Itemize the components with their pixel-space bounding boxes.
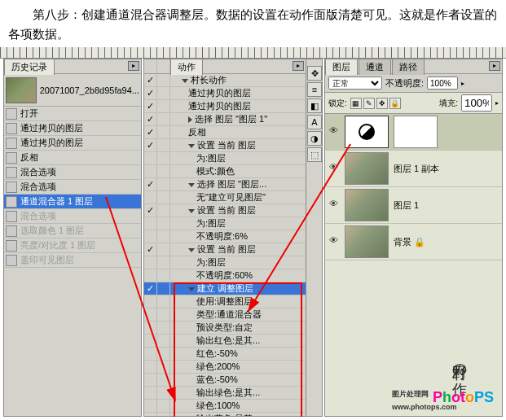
tool-button-4[interactable]: ◑ (307, 131, 322, 146)
visibility-icon[interactable]: 👁 (327, 235, 340, 248)
snapshot-row[interactable]: 20071007_2b8d95fa94... (4, 74, 141, 107)
action-modal-box[interactable] (157, 191, 170, 203)
action-modal-box[interactable] (157, 139, 170, 151)
action-item[interactable]: ✓选择 图层 "图层... (144, 178, 306, 191)
tab-history[interactable]: 历史记录 (4, 59, 55, 75)
fill-input[interactable] (461, 94, 492, 112)
action-check[interactable]: ✓ (144, 87, 157, 99)
action-item[interactable]: 不透明度:6% (144, 230, 306, 243)
layer-row[interactable]: 👁 (325, 114, 502, 151)
blend-mode-select[interactable]: 正常 (328, 77, 382, 90)
action-item[interactable]: ✓选择 图层 "图层 1" (144, 113, 306, 126)
action-item[interactable]: 类型:通道混合器 (144, 308, 306, 322)
action-modal-box[interactable] (157, 348, 170, 360)
action-item[interactable]: ✓反相 (144, 126, 306, 139)
visibility-icon[interactable]: 👁 (327, 162, 340, 175)
action-check[interactable]: ✓ (144, 126, 157, 138)
action-item[interactable]: ✓设置 当前 图层 (144, 243, 306, 256)
action-check[interactable] (144, 256, 157, 269)
layer-name[interactable]: 背景 🔒 (394, 236, 425, 248)
action-check[interactable]: ✓ (144, 178, 157, 190)
tab-paths[interactable]: 路径 (392, 59, 425, 75)
visibility-icon[interactable]: 👁 (327, 199, 340, 212)
tool-button-0[interactable]: ✥ (307, 66, 322, 81)
tab-layers[interactable]: 图层 (325, 59, 358, 75)
action-check[interactable] (144, 308, 157, 321)
panel-menu-icon[interactable]: ▸ (489, 61, 500, 71)
action-check[interactable] (144, 335, 157, 347)
action-modal-box[interactable] (157, 74, 170, 86)
tool-button-3[interactable]: A (307, 115, 322, 129)
action-check[interactable]: ✓ (144, 282, 157, 295)
action-modal-box[interactable] (157, 374, 170, 386)
action-modal-box[interactable] (157, 322, 170, 334)
action-item[interactable]: 蓝色:-50% (144, 374, 306, 387)
tool-button-2[interactable]: ◧ (307, 98, 322, 113)
action-item[interactable]: 为:图层 (144, 256, 306, 269)
layer-name[interactable]: 图层 1 副本 (394, 163, 439, 175)
action-modal-box[interactable] (157, 152, 170, 164)
action-modal-box[interactable] (157, 400, 170, 412)
action-check[interactable] (144, 269, 157, 282)
action-modal-box[interactable] (157, 361, 170, 373)
action-modal-box[interactable] (157, 243, 170, 256)
action-check[interactable] (144, 230, 157, 243)
action-item[interactable]: 输出红色:是其... (144, 335, 306, 348)
action-check[interactable]: ✓ (144, 204, 157, 217)
action-modal-box[interactable] (157, 282, 170, 295)
history-item[interactable]: 通道混合器 1 图层 (4, 195, 141, 209)
action-item[interactable]: ✓通过拷贝的图层 (144, 87, 306, 100)
history-item[interactable]: 通过拷贝的图层 (4, 136, 141, 151)
history-item[interactable]: 反相 (4, 151, 141, 165)
action-item[interactable]: 不透明度:60% (144, 269, 306, 282)
action-check[interactable]: ✓ (144, 100, 157, 112)
lock-transparent-icon[interactable]: ▦ (350, 98, 362, 109)
action-modal-box[interactable] (157, 165, 170, 177)
opacity-input[interactable] (427, 77, 458, 90)
action-modal-box[interactable] (157, 126, 170, 138)
action-check[interactable] (144, 295, 157, 308)
action-modal-box[interactable] (157, 100, 170, 112)
action-modal-box[interactable] (157, 217, 170, 230)
action-item[interactable]: 输出蓝色:是其... (144, 413, 306, 416)
tool-button-1[interactable]: ≡ (307, 82, 322, 97)
action-check[interactable] (144, 152, 157, 164)
action-check[interactable] (144, 348, 157, 360)
action-modal-box[interactable] (157, 308, 170, 321)
panel-menu-icon[interactable]: ▸ (128, 61, 139, 71)
action-check[interactable] (144, 400, 157, 412)
history-item[interactable]: 选取颜色 1 图层 (4, 224, 141, 238)
action-check[interactable] (144, 413, 157, 416)
action-modal-box[interactable] (157, 230, 170, 243)
action-item[interactable]: ✓通过拷贝的图层 (144, 100, 306, 113)
history-item[interactable]: 盖印可见图层 (4, 253, 141, 268)
action-modal-box[interactable] (157, 113, 170, 125)
action-modal-box[interactable] (157, 178, 170, 190)
action-item[interactable]: 预设类型:自定 (144, 322, 306, 335)
action-modal-box[interactable] (157, 204, 170, 217)
action-check[interactable] (144, 191, 157, 203)
history-item[interactable]: 混合选项 (4, 209, 141, 224)
visibility-icon[interactable]: 👁 (327, 125, 340, 138)
tab-actions[interactable]: 动作 (170, 59, 203, 75)
action-check[interactable] (144, 165, 157, 177)
dropdown-icon[interactable]: ▸ (495, 99, 499, 107)
action-item[interactable]: ✓建立 调整图层 (144, 282, 306, 295)
action-check[interactable] (144, 361, 157, 373)
action-check[interactable]: ✓ (144, 113, 157, 125)
action-modal-box[interactable] (157, 87, 170, 99)
layer-name[interactable]: 图层 1 (394, 199, 419, 212)
action-item[interactable]: 绿色:100% (144, 400, 306, 413)
action-item[interactable]: 为:图层 (144, 217, 306, 230)
action-check[interactable] (144, 374, 157, 386)
lock-all-icon[interactable]: 🔒 (389, 98, 401, 109)
tool-button-5[interactable]: ⬚ (307, 147, 322, 162)
action-item[interactable]: ✓设置 当前 图层 (144, 139, 306, 152)
action-check[interactable] (144, 217, 157, 230)
tab-channels[interactable]: 通道 (359, 59, 391, 75)
action-modal-box[interactable] (157, 335, 170, 347)
action-item[interactable]: 使用:调整图层 (144, 295, 306, 308)
history-item[interactable]: 打开 (4, 107, 141, 121)
action-item[interactable]: 红色:-50% (144, 348, 306, 361)
action-modal-box[interactable] (157, 256, 170, 269)
